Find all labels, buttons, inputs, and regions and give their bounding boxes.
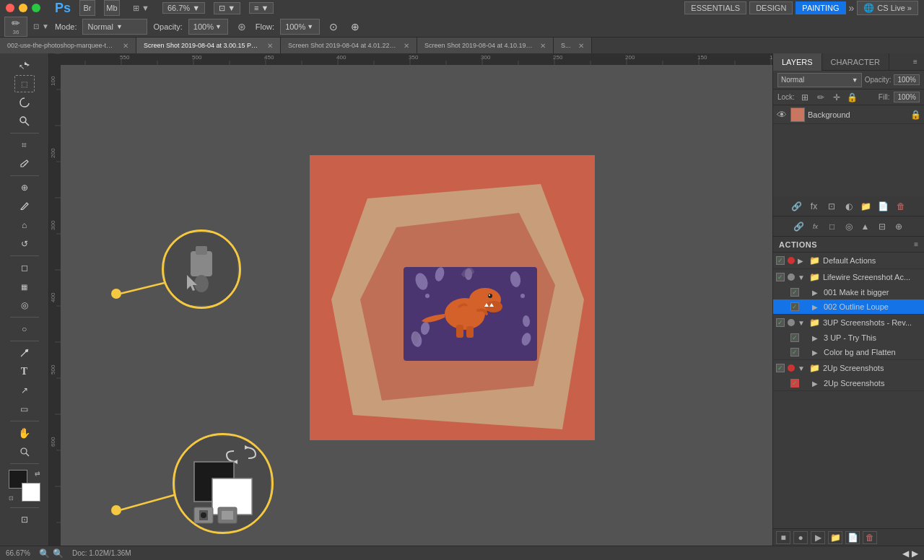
tab-5[interactable]: S... ✕ [554,38,592,53]
action-group-2up-checkbox[interactable] [776,364,785,372]
tab-close-4[interactable]: ✕ [540,42,546,50]
quick-select-tool[interactable] [14,113,35,130]
action-colorbg-expand[interactable]: ▶ [812,349,821,356]
lock-position-btn[interactable]: ✛ [831,92,842,103]
navigate-prev-icon[interactable]: ◀ [902,548,909,559]
action-group-3up-expand[interactable]: ▼ [798,319,806,327]
eraser-tool[interactable]: ◻ [14,259,35,276]
opacity-input[interactable]: 100% ▼ [188,19,228,35]
maximize-button[interactable] [32,4,40,12]
action-group-default-checkbox[interactable] [776,256,785,265]
menu-item[interactable]: ⊞ ▼ [128,2,154,14]
action-group-3up-header[interactable]: ▼ 📁 3UP Screenshots - Rev... [773,315,924,331]
bridge-icon[interactable]: Br [79,0,95,16]
dodge-tool[interactable]: ○ [14,320,35,338]
clone-stamp-tool[interactable]: ⌂ [14,216,35,234]
action-group-lifewire-expand[interactable]: ▼ [798,274,806,281]
begin-recording-icon[interactable]: ● [793,531,808,544]
path-select-tool[interactable]: ↗ [14,382,35,399]
adj-icon2[interactable]: ◎ [842,219,856,234]
status-controls[interactable]: 🔍 🔍 [39,548,64,559]
trim-icon[interactable]: ⊟ [875,219,889,234]
layer-background[interactable]: 👁 Background 🔒 [773,105,924,124]
arrange-option[interactable]: ≡ ▼ [249,2,274,14]
mode-dropdown[interactable]: Normal ▼ [82,19,147,35]
action-3up-try-expand[interactable]: ▶ [812,334,821,342]
close-button[interactable] [6,4,14,12]
tab-1[interactable]: 002-use-the-photoshop-marquee-tool-16976… [0,38,136,53]
tab-close-3[interactable]: ✕ [404,42,409,50]
layer-mask-icon[interactable]: ⊡ [824,199,839,214]
swap-colors-icon[interactable]: ⇄ [35,470,40,477]
lock-all-btn[interactable]: 🔒 [847,92,858,103]
tab-3[interactable]: Screen Shot 2019-08-04 at 4.01.22 PM.jpg… [281,38,417,53]
action-group-2up-expand[interactable]: ▼ [798,364,806,372]
action-001-checkbox[interactable] [790,288,799,297]
action-3up-try-checkbox[interactable] [790,333,799,342]
tab-2[interactable]: Screen Shot 2019-08-04 at 3.00.15 PM.jpg… [136,38,281,53]
action-2up-expand[interactable]: ▶ [812,380,821,388]
zoom-in-icon[interactable]: 🔍 [53,548,64,559]
delete-action-icon[interactable]: 🗑 [863,531,877,544]
actions-panel-menu[interactable]: ≡ [914,240,918,248]
link-icon[interactable]: 🔗 [792,219,806,234]
layer-group-icon[interactable]: 📁 [859,199,873,214]
tab-close-2[interactable]: ✕ [267,42,273,50]
history-brush-tool[interactable]: ↺ [14,235,35,253]
fx-icon[interactable]: fx [808,219,823,234]
play-selection-icon[interactable]: ▶ [811,531,825,544]
tab-4[interactable]: Screen Shot 2019-08-04 at 4.10.19 PM.jpg… [417,38,554,53]
layer-visibility-eye[interactable]: 👁 [776,109,788,121]
zoom-display[interactable]: 66.7% ▼ [162,2,205,14]
brush-setting[interactable]: ⊕ [347,19,363,35]
adjustment-layer-icon[interactable]: ◐ [842,199,856,214]
action-2up-checkbox[interactable] [790,379,799,388]
eyedropper-tool[interactable] [14,155,35,172]
action-001-expand[interactable]: ▶ [812,289,821,297]
zoom-tool[interactable] [14,443,35,460]
action-colorbg-checkbox[interactable] [790,348,799,356]
new-action-icon[interactable]: 📄 [845,531,860,544]
blur-tool[interactable]: ◎ [14,297,35,314]
opacity-value[interactable]: 100% [894,74,920,85]
healing-brush-tool[interactable]: ⊕ [14,179,35,196]
quick-mask-btn[interactable]: ⊡ [14,511,35,528]
lock-image-btn[interactable]: ✏ [815,92,827,103]
flow-input[interactable]: 100% ▼ [280,19,320,35]
blend-mode-dropdown[interactable]: Normal ▼ [777,73,862,87]
panel-collapse-btn[interactable]: ≡ [910,53,924,70]
design-btn[interactable]: DESIGN [749,1,793,14]
brush-preset[interactable]: ⊡ ▼ [33,22,49,30]
cs-live-btn[interactable]: 🌐 CS Live » [857,1,918,15]
action-item-3up-try[interactable]: ▶ 3 UP - Try This [773,331,924,345]
tab-character[interactable]: CHARACTER [822,53,889,71]
shape-tool[interactable]: ▭ [14,401,35,418]
essentials-btn[interactable]: ESSENTIALS [684,1,746,14]
action-group-default-header[interactable]: ▶ 📁 Default Actions [773,253,924,268]
clone2-icon[interactable]: ⊕ [892,219,906,234]
filter-icon[interactable]: ▲ [858,219,873,234]
delete-layer-icon[interactable]: 🗑 [894,199,908,214]
navigate-next-icon[interactable]: ▶ [912,548,918,559]
action-group-lifewire-checkbox[interactable] [776,273,785,281]
action-group-3up-checkbox[interactable] [776,318,785,327]
brush-tool[interactable] [14,198,35,215]
tab-close-5[interactable]: ✕ [578,42,584,50]
default-colors-icon[interactable]: ⊡ [9,495,14,502]
background-color[interactable] [22,483,40,502]
marquee-tool[interactable]: ⬚ [14,75,35,92]
zoom-out-icon[interactable]: 🔍 [39,548,50,559]
window-controls[interactable] [6,4,40,12]
action-item-2up-screenshots[interactable]: ▶ 2Up Screenshots [773,376,924,390]
fill-value[interactable]: 100% [894,92,920,102]
more-workspaces-icon[interactable]: » [849,2,855,14]
type-tool[interactable]: T [14,363,35,380]
new-action-set-icon[interactable]: 📁 [828,531,842,544]
lock-transparent-btn[interactable]: ⊞ [799,92,811,103]
current-tool-icon[interactable]: ✏ 36 [4,17,27,37]
color-swatches[interactable]: ⇄ ⊡ [9,470,40,502]
layer-style-icon[interactable]: fx [807,199,821,214]
action-group-default-expand[interactable]: ▶ [798,257,806,265]
new-layer-icon[interactable]: 📄 [876,199,891,214]
gradient-tool[interactable]: ▦ [14,278,35,295]
